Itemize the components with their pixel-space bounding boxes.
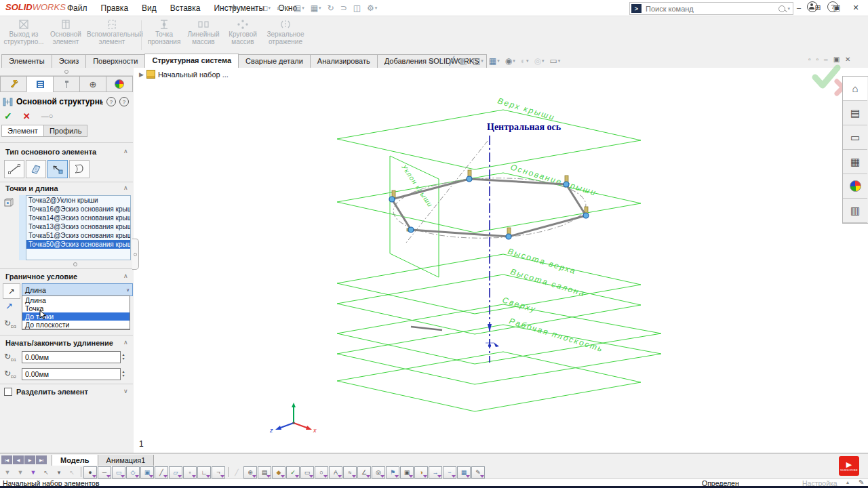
tab-profile[interactable]: Профиль bbox=[43, 125, 88, 137]
configurationmanager-tab[interactable] bbox=[53, 76, 80, 92]
quick-snap-note-icon[interactable]: ▭ bbox=[300, 466, 314, 479]
quick-snap-spline-icon[interactable]: ≈ bbox=[343, 466, 357, 479]
points-list[interactable]: Точка2@Уклон крышиТочка16@Эскиз основани… bbox=[26, 195, 131, 260]
collapse-chevron-icon[interactable]: ∧ bbox=[123, 184, 128, 191]
save-icon[interactable]: ▤▾ bbox=[292, 3, 307, 14]
tab-element[interactable]: Элемент bbox=[1, 125, 44, 137]
start-extend-input[interactable]: 0.00мм bbox=[22, 351, 121, 363]
tab-next-icon[interactable]: ▶ bbox=[24, 455, 35, 464]
member-point-length-button[interactable] bbox=[47, 160, 68, 178]
menu-Правка[interactable]: Правка bbox=[95, 1, 135, 15]
measure-icon[interactable]: ╱ bbox=[448, 56, 455, 66]
home-icon[interactable]: ⌂ bbox=[250, 3, 258, 14]
split-member-checkbox[interactable] bbox=[4, 388, 12, 396]
collapse-chevron-icon[interactable]: ∧ bbox=[123, 272, 128, 279]
start-extend-spinner[interactable]: ▴▾ bbox=[119, 350, 127, 363]
quick-snap-target-icon[interactable]: ⊕ bbox=[243, 466, 257, 479]
dropdown-caret-icon[interactable]: ▾ bbox=[558, 58, 561, 64]
model-tab-Анимация1[interactable]: Анимация1 bbox=[98, 455, 155, 466]
filter-surfaces-icon[interactable]: ◇ bbox=[126, 466, 140, 479]
custom-properties-icon[interactable]: ▥ bbox=[843, 199, 867, 223]
status-caret-icon[interactable]: ▴ bbox=[846, 479, 849, 485]
displaymanager-tab[interactable] bbox=[106, 76, 133, 92]
point-list-item[interactable]: Точка13@Эскиз основания крыши bbox=[26, 222, 130, 231]
featuremanager-tab[interactable] bbox=[0, 76, 27, 92]
boundary-condition-combo[interactable]: Длина ∨ bbox=[22, 283, 133, 296]
ok-button[interactable]: ✓ bbox=[4, 110, 12, 121]
tab-prev-icon[interactable]: ◀ bbox=[13, 455, 24, 464]
appearances-icon[interactable]: ◐▾ bbox=[519, 56, 530, 66]
open-document-icon[interactable]: ▭▾ bbox=[275, 3, 290, 14]
extend-direction-icon[interactable]: ↗ bbox=[3, 283, 20, 299]
new-document-icon[interactable]: □▾ bbox=[260, 3, 273, 14]
cancel-button[interactable]: ✕ bbox=[23, 111, 31, 121]
quick-snap-zoom-icon[interactable]: ◎ bbox=[372, 466, 385, 479]
confirm-check-icon[interactable] bbox=[815, 68, 837, 85]
linear-pattern-button[interactable]: Линейный массив bbox=[184, 18, 222, 53]
filter-faces-icon[interactable]: ▭ bbox=[112, 466, 125, 479]
point-list-item[interactable]: Точка16@Эскиз основания крыши bbox=[26, 205, 130, 214]
advanced-select-icon[interactable]: ↖ bbox=[66, 467, 78, 478]
command-search[interactable]: > ▾ bbox=[629, 2, 793, 15]
dropdown-option[interactable]: До плоскости bbox=[22, 321, 130, 329]
quick-snap-angle-icon[interactable]: ∠ bbox=[357, 466, 371, 479]
restore-button[interactable]: ▣ bbox=[827, 0, 846, 15]
collapse-chevron-icon[interactable]: ∧ bbox=[123, 339, 128, 346]
tile-button[interactable]: ⊞ bbox=[808, 0, 827, 15]
display-style-icon[interactable]: ◫▾ bbox=[471, 56, 485, 66]
exit-structural-system-button[interactable]: Выход из структурно... bbox=[3, 18, 45, 53]
menu-Вид[interactable]: Вид bbox=[136, 1, 163, 15]
point-list-item[interactable]: Точка14@Эскиз основания крыши bbox=[26, 214, 130, 222]
reference-planes[interactable] bbox=[337, 110, 661, 411]
mirror-button[interactable]: Зеркальное отражение bbox=[263, 18, 308, 53]
propertymanager-tab[interactable] bbox=[26, 76, 54, 92]
select-caret-icon[interactable]: ▾ bbox=[53, 467, 65, 478]
quick-snap-nearest-icon[interactable]: ○ bbox=[315, 466, 328, 479]
point-list-item[interactable]: Точка51@Эскиз основания крыши bbox=[26, 231, 130, 240]
select-cursor-icon[interactable]: ↖ bbox=[40, 467, 52, 478]
dropdown-option[interactable]: Длина bbox=[22, 296, 130, 304]
toolbox-icon[interactable]: ▦ bbox=[843, 150, 867, 174]
dropdown-caret-icon[interactable]: ▾ bbox=[319, 5, 321, 11]
collapse-chevron-icon[interactable]: ∧ bbox=[123, 148, 128, 155]
point-list-item[interactable]: Точка2@Уклон крыши bbox=[26, 196, 130, 205]
member-face-button[interactable] bbox=[69, 160, 90, 178]
filter-axes-icon[interactable]: ╱ bbox=[155, 466, 168, 479]
end-extend-spinner[interactable]: ▴▾ bbox=[119, 367, 127, 380]
keep-visible-pin-icon[interactable]: —○ bbox=[41, 112, 54, 120]
tab-last-icon[interactable]: ▶| bbox=[36, 455, 47, 464]
appearances-tab-icon[interactable] bbox=[843, 174, 867, 199]
models-tab-icon[interactable]: ▤ bbox=[843, 101, 867, 125]
filter-contours-icon[interactable]: ¬ bbox=[212, 466, 225, 479]
dropdown-caret-icon[interactable]: ▾ bbox=[285, 5, 288, 11]
panel-resize-handle[interactable] bbox=[0, 68, 133, 76]
sketch-segment[interactable] bbox=[411, 327, 442, 330]
search-icon[interactable] bbox=[778, 5, 785, 12]
filter-disabled-icon[interactable]: ╱ bbox=[231, 467, 243, 478]
selection-filter-toggle-icon[interactable]: ▼ bbox=[1, 467, 14, 478]
filter-clear-icon[interactable]: ▼ bbox=[14, 467, 26, 478]
print-icon[interactable]: ▦▾ bbox=[309, 3, 323, 14]
model-tab-Модель[interactable]: Модель bbox=[52, 455, 98, 466]
pm-help-icon[interactable]: ? bbox=[119, 97, 129, 106]
filter-all-icon[interactable]: ▼ bbox=[27, 467, 39, 478]
pierce-point-button[interactable]: Точка пронзания bbox=[145, 18, 183, 53]
display-settings-icon[interactable]: ▭▾ bbox=[548, 56, 561, 66]
tab-Поверхности[interactable]: Поверхности bbox=[85, 54, 145, 68]
graphics-area[interactable]: ▶ Начальный набор ... Верх крыши Основан… bbox=[134, 68, 868, 453]
quick-snap-flag-icon[interactable]: ⚑ bbox=[386, 466, 399, 479]
quick-snap-beam-icon[interactable]: ▤ bbox=[258, 466, 271, 479]
circular-pattern-button[interactable]: Круговой массив bbox=[224, 18, 262, 53]
view-orientation-icon[interactable]: ▦▾ bbox=[488, 56, 501, 66]
dimxpertmanager-tab[interactable]: ⊕ bbox=[79, 76, 106, 92]
filter-solids-icon[interactable]: ▣ bbox=[140, 466, 154, 479]
tab-Сварные детали[interactable]: Сварные детали bbox=[238, 54, 311, 68]
tab-Эскиз[interactable]: Эскиз bbox=[52, 54, 86, 68]
tab-Элементы[interactable]: Элементы bbox=[1, 54, 52, 68]
quick-snap-minus-icon[interactable]: − bbox=[443, 466, 456, 479]
end-extend-input[interactable]: 0.00мм bbox=[22, 368, 121, 380]
filter-edges-icon[interactable]: ─ bbox=[98, 466, 111, 479]
quick-snap-text-icon[interactable]: A bbox=[329, 466, 342, 479]
subscribe-overlay[interactable]: ▶ SUBSCRIBE bbox=[839, 456, 859, 476]
quick-snap-image-icon[interactable]: ▣ bbox=[400, 466, 414, 479]
